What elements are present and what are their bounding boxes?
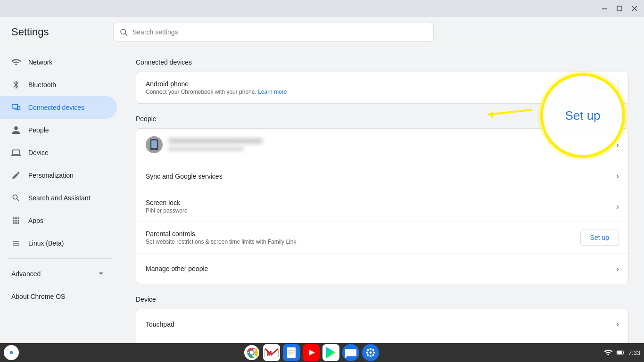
- sidebar-item-label: Personalization: [28, 172, 74, 179]
- sidebar-item-advanced[interactable]: Advanced: [0, 263, 117, 285]
- sync-title: Sync and Google services: [146, 173, 609, 180]
- sync-content: Sync and Google services: [146, 173, 609, 180]
- wifi-icon: [11, 58, 21, 67]
- header: Settings: [0, 17, 644, 47]
- phone-icon: [148, 138, 161, 151]
- sync-item[interactable]: Sync and Google services ›: [136, 161, 628, 191]
- search-bar[interactable]: [113, 23, 434, 41]
- svg-rect-26: [288, 352, 295, 353]
- sidebar-item-label: Network: [28, 58, 52, 66]
- device-section-title: Device: [136, 296, 629, 303]
- minimize-button[interactable]: [599, 3, 610, 14]
- settings-app-icon[interactable]: [362, 344, 379, 361]
- screen-lock-content: Screen lock PIN or password: [146, 199, 609, 214]
- touchpad-item[interactable]: Touchpad ›: [136, 309, 628, 339]
- manage-other-people-item[interactable]: Manage other people ›: [136, 254, 628, 284]
- sidebar-item-network[interactable]: Network: [0, 51, 117, 74]
- parental-controls-item[interactable]: Parental controls Set website restrictio…: [136, 222, 628, 254]
- avatar: [146, 136, 163, 153]
- user-name-blurred: [168, 138, 263, 144]
- svg-rect-9: [151, 140, 157, 148]
- grid-icon: [11, 216, 21, 225]
- sidebar-item-about[interactable]: About Chrome OS: [0, 285, 117, 308]
- user-email-blurred: [168, 147, 244, 151]
- person-icon: [11, 125, 21, 135]
- messages-app-icon[interactable]: [342, 344, 359, 361]
- search-icon: [11, 193, 21, 203]
- svg-point-45: [370, 352, 372, 354]
- sidebar-item-linux[interactable]: Linux (Beta): [0, 232, 117, 255]
- taskbar-wifi-icon: [604, 348, 612, 357]
- connected-devices-icon: [11, 103, 21, 112]
- svg-rect-1: [617, 6, 622, 11]
- svg-rect-7: [17, 107, 20, 110]
- svg-point-36: [370, 348, 372, 350]
- svg-rect-47: [617, 351, 622, 354]
- keyboard-item[interactable]: [136, 339, 628, 343]
- taskbar-right: 7:33: [604, 348, 640, 357]
- svg-point-42: [372, 349, 374, 351]
- gmail-app-icon[interactable]: M: [263, 344, 280, 361]
- sidebar-item-apps[interactable]: Apps: [0, 209, 117, 232]
- taskbar-apps: M: [21, 344, 602, 361]
- taskbar-battery-icon: [616, 348, 625, 357]
- sidebar-item-people[interactable]: People: [0, 119, 117, 141]
- youtube-app-icon[interactable]: [303, 344, 320, 361]
- sidebar-item-bluetooth[interactable]: Bluetooth: [0, 74, 117, 96]
- svg-rect-6: [12, 104, 18, 108]
- connected-devices-section-title: Connected devices: [136, 58, 629, 66]
- highlight-text: Set up: [565, 108, 600, 123]
- chevron-down-icon: [96, 269, 106, 280]
- page-title: Settings: [11, 26, 106, 38]
- taskbar: M: [0, 343, 644, 362]
- svg-point-14: [10, 351, 13, 354]
- parental-action: Set up: [580, 230, 619, 246]
- settings-window: Settings Network: [0, 17, 644, 343]
- title-bar: [0, 0, 644, 17]
- advanced-label: Advanced: [11, 270, 89, 278]
- maximize-button[interactable]: [614, 3, 625, 14]
- parental-controls-subtitle: Set website restrictions & screen time l…: [146, 239, 573, 245]
- chevron-right-icon: ›: [616, 319, 619, 329]
- highlight-circle: Set up: [540, 73, 625, 158]
- learn-more-link[interactable]: Learn more: [258, 89, 287, 95]
- pencil-icon: [11, 171, 21, 180]
- launcher-button[interactable]: [4, 345, 19, 360]
- svg-rect-0: [602, 8, 607, 9]
- chrome-app-icon[interactable]: [243, 344, 260, 361]
- sidebar-item-connected-devices[interactable]: Connected devices: [0, 96, 117, 119]
- sidebar: Network Bluetooth Conn: [0, 47, 121, 343]
- search-input[interactable]: [132, 28, 428, 36]
- svg-point-39: [373, 352, 375, 354]
- sidebar-item-label: Device: [28, 149, 49, 156]
- svg-line-5: [125, 33, 127, 35]
- sidebar-item-label: People: [28, 126, 49, 134]
- laptop-icon: [11, 148, 21, 157]
- svg-point-10: [154, 148, 155, 149]
- parental-controls-content: Parental controls Set website restrictio…: [146, 230, 573, 245]
- device-card: Touchpad ›: [136, 309, 629, 343]
- sidebar-item-device[interactable]: Device: [0, 141, 117, 164]
- svg-point-37: [370, 355, 372, 357]
- sidebar-item-search-assistant[interactable]: Search and Assistant: [0, 187, 117, 209]
- sidebar-item-label: Bluetooth: [28, 81, 56, 89]
- arrow-svg: [484, 100, 540, 129]
- svg-point-41: [372, 354, 374, 356]
- sidebar-item-personalization[interactable]: Personalization: [0, 164, 117, 187]
- svg-point-18: [250, 351, 254, 354]
- sidebar-item-label: Apps: [28, 217, 43, 224]
- svg-point-38: [366, 352, 368, 354]
- manage-other-title: Manage other people: [146, 265, 609, 272]
- svg-point-43: [367, 354, 369, 356]
- about-label: About Chrome OS: [11, 293, 65, 300]
- parental-setup-button[interactable]: Set up: [580, 230, 619, 246]
- svg-line-11: [488, 110, 531, 115]
- play-app-icon[interactable]: [322, 344, 339, 361]
- screen-lock-item[interactable]: Screen lock PIN or password ›: [136, 191, 628, 222]
- close-button[interactable]: [629, 3, 640, 14]
- chevron-right-icon: ›: [616, 202, 619, 212]
- manage-other-content: Manage other people: [146, 265, 609, 272]
- sidebar-item-label: Linux (Beta): [28, 239, 64, 247]
- svg-marker-12: [488, 111, 493, 118]
- docs-app-icon[interactable]: [283, 344, 300, 361]
